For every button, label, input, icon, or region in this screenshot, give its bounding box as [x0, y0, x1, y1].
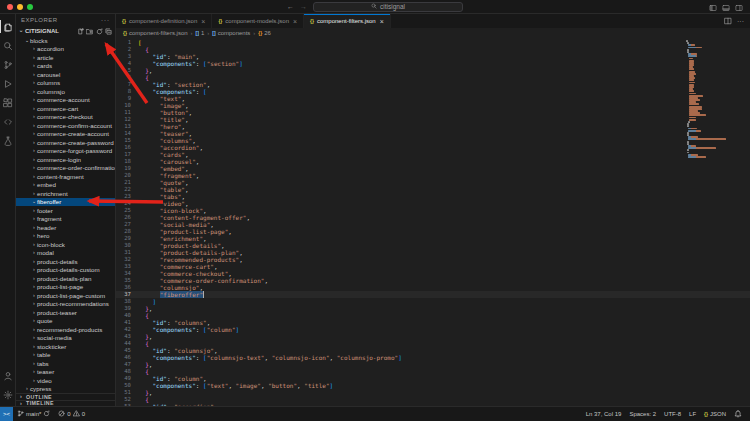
tab-component-models.json[interactable]: {}component-models.json×: [212, 14, 304, 28]
navigate-back-icon[interactable]: ←: [287, 3, 294, 10]
tree-item-modal[interactable]: ›modal: [16, 249, 115, 258]
tree-item-product-teaser[interactable]: ›product-teaser: [16, 308, 115, 317]
encoding-status[interactable]: UTF-8: [660, 407, 685, 421]
indentation-status[interactable]: Spaces: 2: [625, 407, 660, 421]
workspace-section-header[interactable]: ⌄ CITISIGNAL: [16, 26, 115, 36]
explorer-more-actions-icon[interactable]: ···: [101, 17, 110, 23]
toggle-sidebar-icon[interactable]: [709, 0, 717, 16]
new-file-icon[interactable]: [77, 28, 84, 35]
tree-item-commerce-account[interactable]: ›commerce-account: [16, 96, 115, 105]
tree-item-video[interactable]: ›video: [16, 376, 115, 385]
tree-item-commerce-order-confirmation[interactable]: ›commerce-order-confirmation: [16, 164, 115, 173]
breadcrumb-item[interactable]: []1: [196, 30, 205, 36]
collapse-folders-icon[interactable]: [105, 28, 112, 35]
tree-item-hero[interactable]: ›hero: [16, 232, 115, 241]
activity-testing-icon[interactable]: [0, 131, 16, 150]
cursor-position-status[interactable]: Ln 37, Col 19: [582, 407, 626, 421]
close-tab-icon[interactable]: ×: [293, 18, 297, 25]
breadcrumb-item[interactable]: {}26: [258, 30, 271, 36]
tree-item-commerce-confirm-account[interactable]: ›commerce-confirm-account: [16, 121, 115, 130]
close-tab-icon[interactable]: ×: [201, 18, 205, 25]
minimap[interactable]: [684, 40, 739, 158]
tree-item-commerce-cart[interactable]: ›commerce-cart: [16, 104, 115, 113]
activity-settings-icon[interactable]: [0, 385, 16, 404]
tree-item-fragment[interactable]: ›fragment: [16, 215, 115, 224]
tree-item-article[interactable]: ›article: [16, 53, 115, 62]
breadcrumb-item[interactable]: []components: [212, 30, 250, 36]
tree-item-columnsjo[interactable]: ›columnsjo: [16, 87, 115, 96]
tree-item-carousel[interactable]: ›carousel: [16, 70, 115, 79]
language-mode-status[interactable]: {} JSON: [700, 407, 730, 421]
tree-item-cards[interactable]: ›cards: [16, 62, 115, 71]
zoom-window-button[interactable]: [27, 4, 33, 10]
new-folder-icon[interactable]: [86, 28, 93, 35]
tree-item-table[interactable]: ›table: [16, 351, 115, 360]
tree-item-header[interactable]: ›header: [16, 223, 115, 232]
activity-search-icon[interactable]: [0, 36, 16, 55]
split-editor-icon[interactable]: [724, 17, 732, 26]
eol-status[interactable]: LF: [685, 407, 700, 421]
tree-item-commerce-checkout[interactable]: ›commerce-checkout: [16, 113, 115, 122]
tree-item-product-details[interactable]: ›product-details: [16, 257, 115, 266]
sync-icon: [43, 410, 50, 418]
tree-item-product-details-plan[interactable]: ›product-details-plan: [16, 274, 115, 283]
toggle-panel-icon[interactable]: [722, 0, 730, 16]
close-window-button[interactable]: [7, 4, 13, 10]
tree-item-commerce-create-account[interactable]: ›commerce-create-account: [16, 130, 115, 139]
tab-component-definition.json[interactable]: {}component-definition.json×: [116, 14, 212, 28]
tree-item-fiberoffer[interactable]: ⌄fiberoffer: [16, 198, 115, 207]
tree-item-embed[interactable]: ›embed: [16, 181, 115, 190]
tree-item-commerce-create-password[interactable]: ›commerce-create-password: [16, 138, 115, 147]
tree-item-stockticker[interactable]: ›stockticker: [16, 342, 115, 351]
tree-item-enrichment[interactable]: ›enrichment: [16, 189, 115, 198]
minimize-window-button[interactable]: [17, 4, 23, 10]
eol-label: LF: [689, 411, 696, 417]
tree-item-content-fragment[interactable]: ›content-fragment: [16, 172, 115, 181]
tab-component-filters.json[interactable]: {}component-filters.json×: [304, 14, 391, 28]
tree-item-accordion[interactable]: ›accordion: [16, 45, 115, 54]
code-editor[interactable]: 1[2 {3 "id": "main",4 "components": ["se…: [116, 38, 750, 406]
code-line: 3 "id": "main",: [116, 53, 750, 60]
activity-remote-icon[interactable]: [0, 112, 16, 131]
tree-item-commerce-login[interactable]: ›commerce-login: [16, 155, 115, 164]
line-number: 21: [116, 179, 138, 186]
customize-layout-icon[interactable]: [735, 0, 743, 16]
breadcrumb-separator: ›: [207, 30, 209, 36]
branch-status[interactable]: main*: [13, 407, 54, 421]
breadcrumb-item[interactable]: {}component-filters.json: [123, 30, 188, 36]
tree-item-recommended-products[interactable]: ›recommended-products: [16, 325, 115, 334]
activity-explorer-icon[interactable]: [0, 17, 16, 36]
problems-status[interactable]: 0 0: [54, 407, 89, 421]
tree-item-product-details-custom[interactable]: ›product-details-custom: [16, 266, 115, 275]
activity-account-icon[interactable]: [0, 366, 16, 385]
tree-item-teaser[interactable]: ›teaser: [16, 368, 115, 377]
tree-item-blocks[interactable]: ⌄blocks: [16, 36, 115, 45]
tree-item-columns[interactable]: ›columns: [16, 79, 115, 88]
activity-source-control-icon[interactable]: [0, 55, 16, 74]
code-line: 36 "columnsjo",: [116, 284, 750, 291]
close-tab-icon[interactable]: ×: [380, 18, 384, 25]
remote-indicator[interactable]: ><: [0, 407, 13, 421]
tree-item-quote[interactable]: ›quote: [16, 317, 115, 326]
tree-item-label: product-recommendations: [37, 300, 109, 307]
editor-more-actions-icon[interactable]: ···: [737, 18, 744, 25]
tree-item-footer[interactable]: ›footer: [16, 206, 115, 215]
refresh-explorer-icon[interactable]: [96, 28, 103, 35]
notifications-status[interactable]: [730, 407, 746, 421]
tree-item-product-recommendations[interactable]: ›product-recommendations: [16, 300, 115, 309]
code-line: 51 },: [116, 389, 750, 396]
tree-item-tabs[interactable]: ›tabs: [16, 359, 115, 368]
workspace-search-box[interactable]: citisignal: [313, 2, 463, 12]
line-number: 39: [116, 305, 138, 312]
tree-item-commerce-forgot-password[interactable]: ›commerce-forgot-password: [16, 147, 115, 156]
tree-item-cypress[interactable]: ›cypress: [16, 385, 115, 394]
activity-run-debug-icon[interactable]: [0, 74, 16, 93]
navigate-forward-icon[interactable]: →: [300, 3, 307, 10]
activity-extensions-icon[interactable]: [0, 93, 16, 112]
tree-item-product-list-page[interactable]: ›product-list-page: [16, 283, 115, 292]
tree-item-social-media[interactable]: ›social-media: [16, 334, 115, 343]
encoding-label: UTF-8: [664, 411, 681, 417]
code-line: 48 {: [116, 368, 750, 375]
tree-item-icon-block[interactable]: ›icon-block: [16, 240, 115, 249]
tree-item-product-list-page-custom[interactable]: ›product-list-page-custom: [16, 291, 115, 300]
